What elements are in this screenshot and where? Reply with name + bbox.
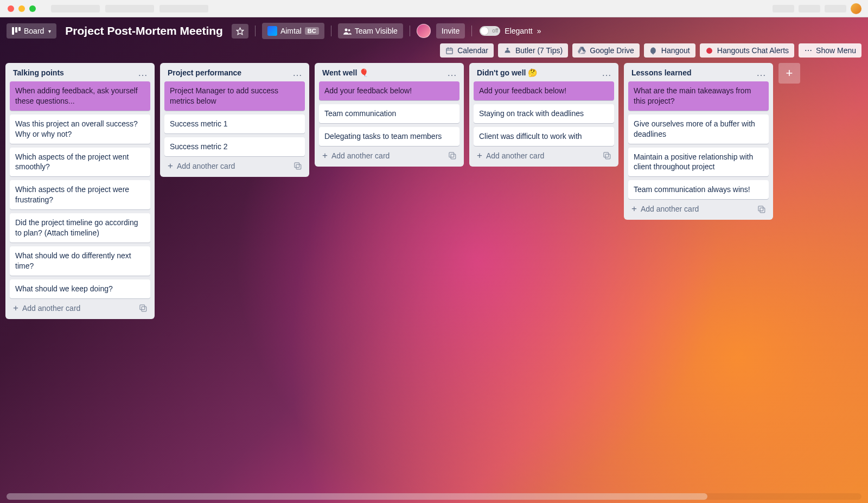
add-card-label: Add another card <box>331 151 390 160</box>
add-card-button[interactable]: +Add another card <box>10 298 150 315</box>
plus-icon: + <box>631 203 637 214</box>
invite-button[interactable]: Invite <box>436 23 465 39</box>
member-avatar[interactable] <box>417 24 431 38</box>
list-menu-button[interactable]: … <box>138 70 148 75</box>
powerup-calendar[interactable]: Calendar <box>440 43 494 58</box>
list-menu-button[interactable]: … <box>447 70 457 75</box>
window-minimize-button[interactable] <box>18 5 25 12</box>
add-card-button[interactable]: +Add another card <box>474 146 614 162</box>
card[interactable]: Delegating tasks to team members <box>319 127 459 146</box>
board-header: Board ▾ Project Post-Mortem Meeting Aimt… <box>0 17 868 42</box>
board-title[interactable]: Project Post-Mortem Meeting <box>62 23 226 39</box>
card[interactable]: What should we keep doing? <box>10 279 150 298</box>
svg-rect-0 <box>12 27 14 35</box>
visibility-button[interactable]: Team Visible <box>338 23 403 39</box>
elegantt-toggle[interactable]: off <box>480 26 500 36</box>
svg-marker-3 <box>237 28 244 35</box>
chevron-down-icon: ▾ <box>48 28 51 34</box>
card-list: Add your feedback below!Team communicati… <box>319 81 459 146</box>
svg-rect-19 <box>449 152 454 157</box>
powerup-butler[interactable]: Butler (7 Tips) <box>498 43 568 58</box>
list-talking-points: Talking points…When adding feedback, ask… <box>5 63 155 319</box>
show-menu-button[interactable]: ⋯ Show Menu <box>799 43 861 58</box>
card-template-icon[interactable] <box>448 151 456 160</box>
card[interactable]: Did the project timeline go according to… <box>10 213 150 243</box>
list-title[interactable]: Went well 🎈 <box>322 68 368 77</box>
add-list-button[interactable]: + <box>778 63 800 84</box>
add-card-label: Add another card <box>22 304 80 313</box>
double-chevron-icon: » <box>537 27 541 35</box>
board-canvas[interactable]: Talking points…When adding feedback, ask… <box>0 63 868 503</box>
svg-point-10 <box>507 47 509 49</box>
card[interactable]: Add your feedback below! <box>474 81 614 100</box>
card-template-icon[interactable] <box>757 205 765 213</box>
browser-right-controls <box>773 3 861 14</box>
card[interactable]: What are the main takeaways from this pr… <box>628 81 769 111</box>
list-didnt-go-well: Didn't go well 🤔…Add your feedback below… <box>469 63 618 167</box>
card[interactable]: What should we do differently next time? <box>10 246 150 276</box>
invite-label: Invite <box>442 27 459 35</box>
list-menu-button[interactable]: … <box>602 70 612 75</box>
svg-rect-23 <box>758 206 763 211</box>
powerup-label: Calendar <box>457 46 488 55</box>
team-badge: BC <box>305 27 319 35</box>
card[interactable]: Project Manager to add success metrics b… <box>164 81 305 111</box>
list-title[interactable]: Project performance <box>168 68 241 77</box>
card[interactable]: Team communication always wins! <box>628 180 769 199</box>
card[interactable]: Team communication <box>319 104 459 123</box>
card[interactable]: Give ourselves more of a buffer with dea… <box>628 114 769 144</box>
divider <box>410 26 410 36</box>
powerup-label: Hangout <box>661 46 690 55</box>
browser-tab[interactable] <box>159 5 208 12</box>
svg-rect-22 <box>605 154 610 159</box>
browser-tab[interactable] <box>51 5 100 12</box>
hangout-icon <box>649 47 658 55</box>
add-card-button[interactable]: +Add another card <box>319 146 459 162</box>
card[interactable]: Add your feedback below! <box>319 81 459 100</box>
toggle-off-label: off <box>492 28 498 34</box>
powerup-hangout[interactable]: Hangout <box>644 43 695 58</box>
window-close-button[interactable] <box>8 5 14 12</box>
add-card-label: Add another card <box>486 151 544 160</box>
browser-profile-avatar[interactable] <box>851 3 861 14</box>
list-menu-button[interactable]: … <box>292 70 303 75</box>
browser-control[interactable] <box>773 5 794 12</box>
powerup-hangouts-chat[interactable]: Hangouts Chat Alerts <box>700 43 794 58</box>
card[interactable]: Staying on track with deadlines <box>474 104 614 123</box>
list-menu-button[interactable]: … <box>756 70 767 75</box>
visibility-label: Team Visible <box>355 27 398 35</box>
people-icon <box>343 28 352 35</box>
browser-control[interactable] <box>825 5 846 12</box>
card[interactable]: Which aspects of the project went smooth… <box>10 148 150 177</box>
card[interactable]: Maintain a positive relationship with cl… <box>628 148 769 177</box>
add-card-button[interactable]: +Add another card <box>164 156 305 173</box>
card[interactable]: Was this project an overall success? Why… <box>10 114 150 144</box>
card[interactable]: Success metric 1 <box>164 114 305 133</box>
list-title[interactable]: Talking points <box>13 68 64 77</box>
calendar-icon <box>445 47 454 55</box>
horizontal-scrollbar[interactable] <box>7 493 861 500</box>
team-chip[interactable]: Aimtal BC <box>262 23 324 39</box>
list-title[interactable]: Lessons learned <box>631 68 692 77</box>
powerup-label: Google Drive <box>590 46 634 55</box>
card-template-icon[interactable] <box>139 304 147 312</box>
elegantt-label: Elegantt <box>505 27 532 35</box>
browser-tab[interactable] <box>105 5 154 12</box>
card[interactable]: When adding feedback, ask yourself these… <box>10 81 150 111</box>
window-zoom-button[interactable] <box>29 5 36 12</box>
card-template-icon[interactable] <box>603 151 611 160</box>
card[interactable]: Client was difficult to work with <box>474 127 614 146</box>
browser-control[interactable] <box>799 5 820 12</box>
card[interactable]: Which aspects of the project were frustr… <box>10 180 150 209</box>
add-card-button[interactable]: +Add another card <box>628 199 769 215</box>
star-board-button[interactable] <box>232 24 248 39</box>
card-template-icon[interactable] <box>293 162 302 170</box>
powerup-google-drive[interactable]: Google Drive <box>572 43 640 58</box>
plus-icon: + <box>13 303 18 313</box>
butler-icon <box>503 47 512 55</box>
divider <box>471 26 472 36</box>
elegantt-powerup[interactable]: off Elegantt » <box>478 23 546 39</box>
card[interactable]: Success metric 2 <box>164 137 305 156</box>
board-view-switcher[interactable]: Board ▾ <box>7 23 56 39</box>
list-title[interactable]: Didn't go well 🤔 <box>477 68 537 77</box>
